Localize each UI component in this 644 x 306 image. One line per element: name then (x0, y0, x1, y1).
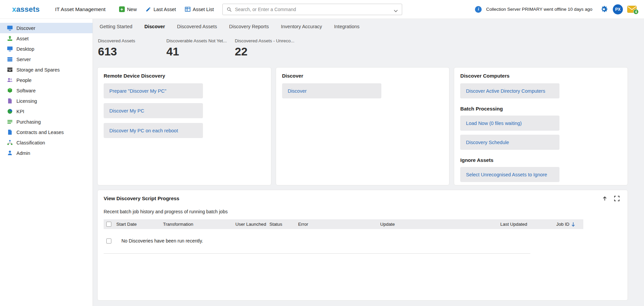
sidebar-item-label: KPI (16, 109, 24, 114)
discovery-schedule-button[interactable]: Discovery Schedule (460, 135, 559, 150)
sidebar-item-label: Contracts and Leases (16, 130, 64, 135)
sidebar-item-contracts[interactable]: Contracts and Leases (0, 127, 93, 137)
tab-discover[interactable]: Discover (145, 24, 165, 29)
logo-x: x (12, 5, 16, 13)
discover-card: Discover Discover (276, 67, 450, 185)
sidebar-item-storage[interactable]: Storage and Spares (0, 64, 93, 75)
mail-icon[interactable]: 4 (627, 6, 637, 13)
new-button[interactable]: + New (119, 6, 137, 12)
prepare-discover-my-pc-button[interactable]: Prepare "Discover My PC" (104, 83, 203, 98)
logo[interactable]: xassets (12, 5, 40, 14)
server-offline-notification: Collection Server PRIMARY went offline 1… (486, 7, 592, 12)
server-icon (7, 56, 13, 62)
col-job-id[interactable]: Job ID (556, 222, 569, 227)
last-asset-label: Last Asset (154, 7, 176, 12)
pencil-icon (146, 6, 151, 12)
avatar[interactable]: PX (613, 4, 623, 14)
discover-computers-card: Discover Computers Discover Active Direc… (454, 67, 628, 185)
stat-label: Discovered Assets (98, 38, 166, 43)
last-asset-button[interactable]: Last Asset (146, 6, 176, 12)
top-right-group: i Collection Server PRIMARY went offline… (475, 4, 637, 14)
sidebar-item-purchasing[interactable]: Purchasing (0, 117, 93, 127)
load-now-button[interactable]: Load Now (0 files waiting) (460, 116, 559, 131)
sidebar-item-label: Licensing (16, 98, 37, 104)
sidebar-item-asset[interactable]: Asset (0, 33, 93, 44)
contract-document-icon (7, 129, 13, 135)
sidebar-item-software[interactable]: Software (0, 85, 93, 96)
cards-row: Remote Device Discovery Prepare "Discove… (97, 67, 628, 185)
stat-value: 41 (166, 45, 235, 58)
jobs-table-header: Start Date Transformation User Launched … (104, 219, 583, 229)
main-content: Getting Started Discover Discovered Asse… (93, 19, 644, 306)
person-icon (7, 150, 13, 156)
sidebar-item-label: Storage and Spares (16, 67, 60, 73)
arrow-up-icon[interactable] (602, 196, 607, 201)
sidebar-item-label: Software (16, 88, 36, 93)
sidebar-item-people[interactable]: People (0, 75, 93, 85)
gear-icon[interactable] (599, 5, 608, 14)
sort-descending-icon[interactable] (571, 222, 575, 227)
discovery-progress-panel: View Discovery Script Progress Recent ba… (97, 190, 628, 301)
app-title: IT Asset Management (55, 6, 106, 12)
top-actions: + New Last Asset Asset List (119, 6, 214, 12)
sidebar-item-label: Server (16, 57, 31, 62)
col-start-date[interactable]: Start Date (116, 222, 163, 227)
mail-badge: 4 (633, 9, 639, 14)
panel-header-icons (602, 196, 620, 201)
new-button-label: New (127, 7, 137, 12)
discover-my-pc-reboot-button[interactable]: Discover My PC on each reboot (104, 123, 203, 138)
sidebar-item-label: Classification (16, 140, 45, 145)
stat-discoverable-not-yet: Discoverable Assets Not Yet... 41 (166, 38, 235, 58)
tab-discovered-assets[interactable]: Discovered Assets (177, 24, 217, 29)
stat-unrecognised: Discovered Assets - Unreco... 22 (235, 38, 303, 58)
stat-label: Discoverable Assets Not Yet... (166, 38, 235, 43)
pie-chart-icon (7, 108, 13, 114)
hierarchy-icon (7, 140, 13, 145)
sidebar-item-kpi[interactable]: KPI (0, 106, 93, 117)
stat-discovered-assets: Discovered Assets 613 (98, 38, 166, 58)
panel-subtitle: Recent batch job history and progress of… (104, 209, 622, 214)
sidebar-item-label: Discover (16, 26, 35, 31)
discover-my-pc-button[interactable]: Discover My PC (104, 103, 203, 118)
sidebar-item-discover[interactable]: Discover (0, 23, 93, 33)
col-last-updated[interactable]: Last Updated (500, 222, 556, 227)
discover-button[interactable]: Discover (282, 83, 381, 98)
col-update[interactable]: Update (380, 222, 500, 227)
stat-label: Discovered Assets - Unreco... (235, 38, 303, 43)
batch-processing-heading: Batch Processing (460, 106, 622, 112)
sidebar-item-desktop[interactable]: Desktop (0, 44, 93, 54)
col-status[interactable]: Status (269, 222, 298, 227)
tab-discovery-reports[interactable]: Discovery Reports (229, 24, 269, 29)
sidebar-item-admin[interactable]: Admin (0, 148, 93, 158)
monitor-icon (7, 25, 13, 31)
select-unrecognised-button[interactable]: Select Unrecognised Assets to Ignore (460, 167, 559, 182)
info-icon[interactable]: i (475, 6, 482, 13)
col-error[interactable]: Error (298, 222, 380, 227)
expand-icon[interactable] (614, 196, 620, 201)
row-checkbox[interactable] (106, 238, 111, 244)
stats-row: Discovered Assets 613 Discoverable Asset… (97, 38, 628, 58)
discover-ad-computers-button[interactable]: Discover Active Directory Computers (460, 83, 559, 98)
tab-integrations[interactable]: Integrations (334, 24, 360, 29)
card-title: Remote Device Discovery (104, 73, 265, 79)
command-search[interactable] (222, 4, 402, 15)
search-input[interactable] (235, 7, 391, 12)
desktop-icon (7, 46, 13, 52)
remote-device-discovery-card: Remote Device Discovery Prepare "Discove… (97, 67, 271, 185)
asset-list-button[interactable]: Asset List (185, 6, 214, 12)
tab-getting-started[interactable]: Getting Started (100, 24, 132, 29)
empty-message: No Discoveries have been run recently. (121, 238, 203, 244)
col-transformation[interactable]: Transformation (163, 222, 235, 227)
sidebar-item-label: Desktop (16, 46, 34, 52)
storage-box-icon (7, 67, 13, 73)
sidebar-item-licensing[interactable]: Licensing (0, 96, 93, 106)
tab-inventory-accuracy[interactable]: Inventory Accuracy (281, 24, 322, 29)
sidebar-item-classification[interactable]: Classification (0, 137, 93, 148)
sidebar-item-server[interactable]: Server (0, 54, 93, 64)
col-user-launched[interactable]: User Launched (235, 222, 269, 227)
select-all-checkbox[interactable] (106, 222, 111, 227)
card-title: Discover Computers (460, 73, 622, 79)
chevron-down-icon[interactable] (394, 8, 398, 11)
ignore-assets-heading: Ignore Assets (460, 157, 622, 163)
stat-value: 22 (235, 45, 303, 58)
